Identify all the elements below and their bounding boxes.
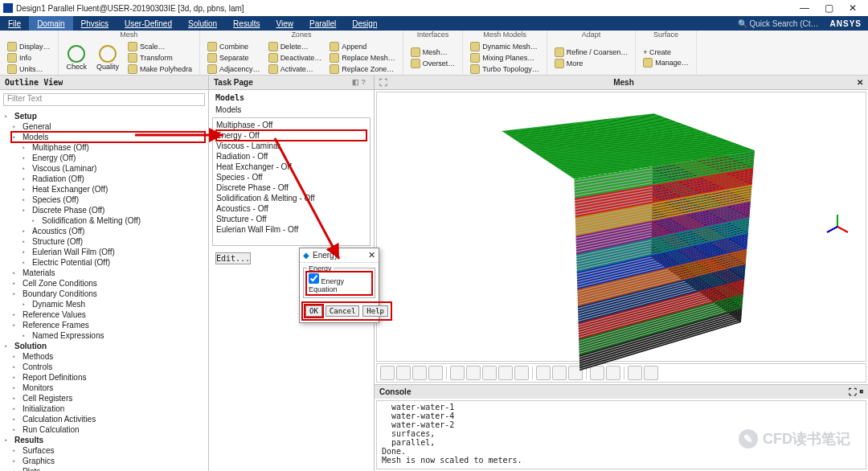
tree-acoustics-off[interactable]: Acoustics (Off) xyxy=(21,226,205,236)
tree-graphics[interactable]: Graphics xyxy=(11,456,205,466)
vt-box-icon[interactable] xyxy=(428,366,443,380)
tree-discrete-phase-off[interactable]: Discrete Phase (Off) xyxy=(21,205,205,215)
vt-view-icon[interactable] xyxy=(590,366,604,380)
model-item-viscous[interactable]: Viscous - Laminar xyxy=(216,141,366,151)
energy-equation-checkbox[interactable]: Energy Equation xyxy=(307,272,371,294)
vt-plus-icon[interactable] xyxy=(396,366,411,380)
turbo-topology-button[interactable]: Turbo Topology… xyxy=(468,63,542,75)
separate-button[interactable]: Separate xyxy=(205,52,263,63)
tree-initialization[interactable]: Initialization xyxy=(11,403,205,414)
tree-reference-frames[interactable]: Reference Frames xyxy=(11,320,205,330)
menu-file[interactable]: File xyxy=(0,16,29,31)
tree-multiphase-off[interactable]: Multiphase (Off) xyxy=(21,142,205,153)
quality-button[interactable]: Quality xyxy=(93,43,122,72)
tree-reference-values[interactable]: Reference Values xyxy=(11,309,205,320)
vt-probe-icon[interactable] xyxy=(498,366,513,380)
model-item-heat[interactable]: Heat Exchanger - Off xyxy=(216,162,366,172)
vt-fit-icon[interactable] xyxy=(466,366,481,380)
tree-methods[interactable]: Methods xyxy=(11,351,205,362)
tree-models[interactable]: Models xyxy=(11,132,205,142)
delete-button[interactable]: Delete… xyxy=(266,41,325,52)
tree-energy-off[interactable]: Energy (Off) xyxy=(21,153,205,163)
transform-button[interactable]: Transform xyxy=(125,52,194,63)
model-item-eulerian[interactable]: Eulerian Wall Film - Off xyxy=(216,224,366,235)
tree-solution[interactable]: Solution xyxy=(3,341,205,351)
mesh-viewport[interactable] xyxy=(376,92,866,362)
tree-eulerian-wall-film-off[interactable]: Eulerian Wall Film (Off) xyxy=(21,247,205,257)
replace-mesh-button[interactable]: Replace Mesh… xyxy=(327,52,398,63)
tree-monitors[interactable]: Monitors xyxy=(11,383,205,393)
edit-button[interactable]: Edit... xyxy=(215,252,251,264)
vt-select-icon[interactable] xyxy=(380,366,395,380)
model-item-structure[interactable]: Structure - Off xyxy=(216,214,366,224)
model-item-acoustics[interactable]: Acoustics - Off xyxy=(216,203,366,214)
model-item-species[interactable]: Species - Off xyxy=(216,172,366,182)
vt-minus-icon[interactable] xyxy=(412,366,427,380)
console-icons[interactable]: ⛶ ◧ xyxy=(849,387,863,396)
create-button[interactable]: + Create xyxy=(641,47,691,57)
close-viewport-icon[interactable]: ✕ xyxy=(857,78,863,87)
tree-report-definitions[interactable]: Report Definitions xyxy=(11,372,205,383)
vt-chart-icon[interactable] xyxy=(628,366,642,380)
filter-input[interactable]: Filter Text xyxy=(3,93,205,106)
model-item-solidification[interactable]: Solidification & Melting - Off xyxy=(216,193,366,203)
outline-tree[interactable]: SetupGeneralModelsMultiphase (Off)Energy… xyxy=(0,109,208,471)
menu-domain[interactable]: Domain xyxy=(29,16,72,31)
tree-viscous-laminar[interactable]: Viscous (Laminar) xyxy=(21,163,205,174)
vt-undo-icon[interactable] xyxy=(514,366,529,380)
scale-button[interactable]: Scale… xyxy=(125,41,194,52)
tree-dynamic-mesh[interactable]: Dynamic Mesh xyxy=(21,299,205,309)
dialog-close-icon[interactable]: ✕ xyxy=(368,250,375,260)
minimize-button[interactable]: — xyxy=(792,2,817,14)
tree-run-calculation[interactable]: Run Calculation xyxy=(11,424,205,435)
tree-electric-potential-off[interactable]: Electric Potential (Off) xyxy=(21,257,205,268)
detach-icon[interactable]: ⛶ xyxy=(379,78,387,87)
menu-user-defined[interactable]: User-Defined xyxy=(117,16,180,31)
tree-materials[interactable]: Materials xyxy=(11,268,205,278)
menu-solution[interactable]: Solution xyxy=(180,16,225,31)
cancel-button[interactable]: Cancel xyxy=(326,305,360,317)
tree-surfaces[interactable]: Surfaces xyxy=(11,445,205,456)
tree-plots[interactable]: Plots xyxy=(11,466,205,471)
more-button[interactable]: More xyxy=(552,58,631,69)
tree-setup[interactable]: Setup xyxy=(3,111,205,121)
polyhedra-button[interactable]: Make Polyhedra xyxy=(125,63,194,75)
vt-color-icon[interactable] xyxy=(644,366,658,380)
maximize-button[interactable]: ▢ xyxy=(817,2,841,14)
menu-physics[interactable]: Physics xyxy=(73,16,117,31)
replace-zone-button[interactable]: Replace Zone… xyxy=(327,63,398,75)
manage-button[interactable]: Manage… xyxy=(641,57,691,68)
close-button[interactable]: ✕ xyxy=(841,2,865,14)
tree-results[interactable]: Results xyxy=(3,435,205,445)
overset-button[interactable]: Overset… xyxy=(408,58,458,69)
model-item-multiphase[interactable]: Multiphase - Off xyxy=(216,120,366,130)
vt-boxzoom-icon[interactable] xyxy=(482,366,497,380)
ok-button[interactable]: OK xyxy=(305,305,322,317)
tree-named-expressions[interactable]: Named Expressions xyxy=(21,330,205,341)
menu-design[interactable]: Design xyxy=(344,16,385,31)
refine-button[interactable]: Refine / Coarsen… xyxy=(552,47,631,58)
vt-play-icon[interactable] xyxy=(536,366,551,380)
activate-button[interactable]: Activate… xyxy=(266,63,325,75)
menu-view[interactable]: View xyxy=(268,16,301,31)
append-button[interactable]: Append xyxy=(327,41,398,52)
model-item-discrete[interactable]: Discrete Phase - Off xyxy=(216,182,366,193)
tree-heat-exchanger-off[interactable]: Heat Exchanger (Off) xyxy=(21,184,205,195)
adjacency-button[interactable]: Adjacency… xyxy=(205,63,263,75)
units-button[interactable]: Units… xyxy=(5,63,53,75)
dynamic-mesh-button[interactable]: Dynamic Mesh… xyxy=(468,41,542,52)
if-mesh-button[interactable]: Mesh… xyxy=(408,47,458,58)
vt-zoom-icon[interactable] xyxy=(450,366,465,380)
menu-results[interactable]: Results xyxy=(225,16,268,31)
check-button[interactable]: Check xyxy=(63,43,91,72)
model-item-radiation[interactable]: Radiation - Off xyxy=(216,151,366,162)
menu-parallel[interactable]: Parallel xyxy=(301,16,344,31)
tree-structure-off[interactable]: Structure (Off) xyxy=(21,236,205,247)
tree-cell-zone-conditions[interactable]: Cell Zone Conditions xyxy=(11,278,205,289)
help-button[interactable]: Help xyxy=(362,305,388,317)
tree-cell-registers[interactable]: Cell Registers xyxy=(11,393,205,403)
quick-search-input[interactable]: 🔍 Quick Search (Ct… xyxy=(733,19,824,28)
deactivate-button[interactable]: Deactivate… xyxy=(266,52,325,63)
mixing-planes-button[interactable]: Mixing Planes… xyxy=(468,52,542,63)
info-button[interactable]: Info xyxy=(5,52,53,63)
